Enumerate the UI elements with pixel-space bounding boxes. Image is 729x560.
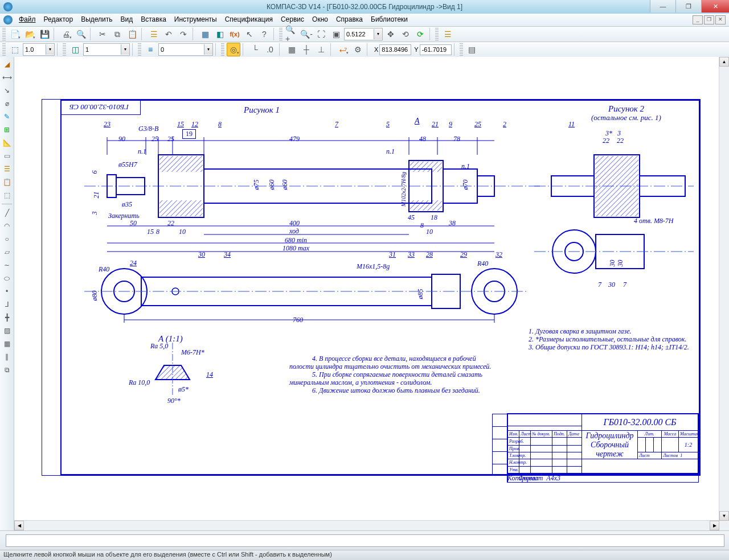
pointer-button[interactable]: ↖ bbox=[243, 27, 256, 41]
reports-panel-button[interactable]: 📋 bbox=[1, 176, 13, 188]
properties-button[interactable]: ☰ bbox=[147, 27, 161, 41]
new-doc-button[interactable]: 📄 bbox=[8, 27, 22, 41]
select-panel-button[interactable]: ▭ bbox=[1, 150, 13, 162]
polyline-button[interactable]: ⅃ bbox=[1, 298, 13, 311]
zoom-combo[interactable]: 0.5122▾ bbox=[344, 28, 383, 40]
scroll-right-button[interactable]: ▶ bbox=[710, 521, 719, 530]
menubar: Файл Редактор Выделить Вид Вставка Инстр… bbox=[0, 14, 729, 27]
menu-spec[interactable]: Спецификация bbox=[221, 14, 277, 26]
fig2-drawing bbox=[534, 123, 694, 294]
scroll-down-button[interactable]: ▼ bbox=[719, 511, 729, 521]
command-input[interactable] bbox=[6, 534, 724, 547]
app-logo-icon bbox=[3, 2, 13, 11]
toolbar-grip[interactable] bbox=[2, 28, 6, 40]
designation-panel-button[interactable]: ↘ bbox=[1, 84, 13, 97]
dims-panel-button[interactable]: ⟷ bbox=[1, 71, 13, 84]
spec-bom-button[interactable]: ☰ bbox=[441, 27, 454, 41]
close-button[interactable]: ✕ bbox=[701, 0, 729, 13]
menu-window[interactable]: Окно bbox=[308, 14, 332, 26]
toolbar-main: 📄 📂 💾 🖨 🔍 ✂ ⧉ 📋 ☰ ↶ ↷ ▦ ◧ f(x) ↖ ? 🔍+ 🔍-… bbox=[0, 27, 729, 42]
zoom-window-button[interactable]: ⛶ bbox=[314, 27, 328, 41]
undo-button[interactable]: ↶ bbox=[162, 27, 175, 41]
equid-button[interactable]: ∥ bbox=[1, 351, 13, 363]
menu-service[interactable]: Сервис bbox=[277, 14, 308, 26]
menu-select[interactable]: Выделить bbox=[77, 14, 116, 26]
layer-combo[interactable]: 1▾ bbox=[83, 43, 130, 56]
redo-button[interactable]: ↷ bbox=[177, 27, 190, 41]
collect-button[interactable]: ⧉ bbox=[1, 364, 13, 376]
localcs-button[interactable]: ┼ bbox=[300, 43, 313, 56]
spline-button[interactable]: ∼ bbox=[1, 259, 13, 271]
precision-panel-button[interactable]: ⌀ bbox=[1, 97, 13, 110]
measure-panel-button[interactable]: 📐 bbox=[1, 137, 13, 149]
snap-button[interactable]: ◎ bbox=[227, 43, 240, 56]
side-designation-box: ГБ010-32.00.00 СБ bbox=[62, 101, 141, 115]
zoom-in-button[interactable]: 🔍+ bbox=[285, 27, 298, 41]
menu-libs[interactable]: Библиотеки bbox=[367, 14, 412, 26]
scale-combo[interactable]: 1.0▾ bbox=[23, 43, 55, 56]
coord-x-input[interactable] bbox=[379, 44, 411, 55]
print-button[interactable]: 🖨 bbox=[59, 27, 73, 41]
linestyle-button[interactable]: ≡ bbox=[144, 43, 157, 56]
step-button[interactable]: ⮐ bbox=[336, 43, 350, 56]
vertical-scrollbar[interactable]: ▲ ▼ bbox=[719, 57, 729, 521]
maximize-button[interactable]: ❐ bbox=[675, 0, 701, 13]
mdi-close-button[interactable]: ✕ bbox=[715, 15, 726, 24]
mdi-min-button[interactable]: _ bbox=[693, 15, 703, 24]
line-button[interactable]: ╱ bbox=[1, 207, 13, 219]
copy-button[interactable]: ⧉ bbox=[110, 27, 124, 41]
hatch2-button[interactable]: ▦ bbox=[1, 337, 13, 350]
menu-file[interactable]: Файл bbox=[15, 14, 40, 26]
zoom-fit-button[interactable]: ▣ bbox=[329, 27, 343, 41]
param-panel-button[interactable]: ⊞ bbox=[1, 123, 13, 136]
redraw-button[interactable]: ⟳ bbox=[413, 27, 427, 41]
scroll-up-button[interactable]: ▲ bbox=[719, 57, 729, 67]
layer-state-button[interactable]: ◫ bbox=[68, 43, 82, 56]
round-button[interactable]: .0 bbox=[263, 43, 277, 56]
menu-insert[interactable]: Вставка bbox=[137, 14, 170, 26]
spec-panel-button[interactable]: ☰ bbox=[1, 163, 13, 175]
doc-mgr-button[interactable]: ▤ bbox=[465, 43, 479, 56]
scroll-left-button[interactable]: ◀ bbox=[14, 521, 24, 530]
linestyle-combo[interactable]: 0▾ bbox=[158, 43, 213, 56]
edit-panel-button[interactable]: ✎ bbox=[1, 110, 13, 123]
geometry-panel-button[interactable]: ◢ bbox=[1, 58, 13, 71]
zoom-out-button[interactable]: 🔍- bbox=[300, 27, 313, 41]
save-button[interactable]: 💾 bbox=[38, 27, 51, 41]
assoc-views-button[interactable]: ⬚ bbox=[1, 189, 13, 201]
circle-button[interactable]: ○ bbox=[1, 233, 13, 245]
pan-button[interactable]: ✥ bbox=[384, 27, 398, 41]
library-mgr-button[interactable]: ▦ bbox=[198, 27, 212, 41]
note-6: 6. Движение штока должно быть плавным бе… bbox=[312, 386, 480, 395]
paste-button[interactable]: 📋 bbox=[125, 27, 139, 41]
command-bar bbox=[0, 530, 729, 550]
menu-edit[interactable]: Редактор bbox=[40, 14, 77, 26]
menu-help[interactable]: Справка bbox=[332, 14, 367, 26]
coord-y-input[interactable] bbox=[420, 44, 452, 55]
hatch-button[interactable]: ▨ bbox=[1, 324, 13, 337]
open-button[interactable]: 📂 bbox=[23, 27, 36, 41]
minimize-button[interactable]: — bbox=[650, 0, 675, 13]
note-3: 3. Общие допуски по ГОСТ 30893.1: H14; h… bbox=[529, 343, 689, 352]
arc-button[interactable]: ◠ bbox=[1, 220, 13, 232]
ortho-lock-button[interactable]: ⊥ bbox=[314, 43, 328, 56]
zoom-prev-button[interactable]: ⟲ bbox=[399, 27, 412, 41]
drawing-canvas[interactable]: ГБ010-32.00.00 СБ Рисунок 1 Рисунок 2 (о… bbox=[14, 57, 729, 530]
param-button[interactable]: ⚙ bbox=[351, 43, 364, 56]
rect-button[interactable]: ▱ bbox=[1, 246, 13, 258]
autoaxis-button[interactable]: ╋ bbox=[1, 311, 13, 324]
ortho-button[interactable]: └ bbox=[248, 43, 262, 56]
ellipse-button[interactable]: ⬭ bbox=[1, 272, 13, 285]
horizontal-scrollbar[interactable]: ◀ ▶ bbox=[14, 520, 719, 530]
cut-button[interactable]: ✂ bbox=[96, 27, 109, 41]
print-preview-button[interactable]: 🔍 bbox=[74, 27, 88, 41]
variables-button[interactable]: f(x) bbox=[228, 27, 241, 41]
view-state-button[interactable]: ⬚ bbox=[8, 43, 22, 56]
menu-tools[interactable]: Инструменты bbox=[170, 14, 221, 26]
help-button[interactable]: ? bbox=[257, 27, 271, 41]
grid-toggle-button[interactable]: ▦ bbox=[285, 43, 298, 56]
mdi-restore-button[interactable]: ❐ bbox=[704, 15, 714, 24]
menu-view[interactable]: Вид bbox=[117, 14, 137, 26]
point-button[interactable]: • bbox=[1, 285, 13, 298]
model-mgr-button[interactable]: ◧ bbox=[213, 27, 227, 41]
